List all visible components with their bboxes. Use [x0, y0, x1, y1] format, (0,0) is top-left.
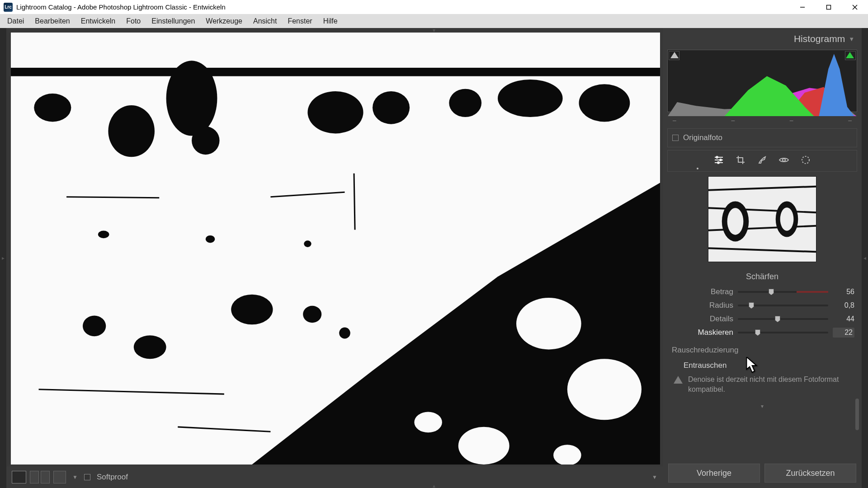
readout-0: – [673, 117, 676, 124]
left-panel-collapsed[interactable]: ▸ [0, 28, 6, 488]
crop-icon[interactable] [736, 155, 745, 165]
app-icon: Lrc [4, 3, 13, 12]
histogram-readout: – – – – [665, 115, 859, 126]
reset-button[interactable]: Zurücksetzen [764, 464, 856, 483]
svg-line-31 [354, 174, 355, 230]
svg-point-55 [727, 208, 744, 235]
svg-point-46 [783, 159, 785, 161]
svg-point-18 [231, 295, 273, 325]
radial-icon[interactable] [801, 155, 811, 165]
histogram-title[interactable]: Histogramm [794, 33, 845, 44]
amount-slider[interactable] [738, 291, 828, 293]
menu-hilfe[interactable]: Hilfe [319, 16, 342, 27]
develop-toolstrip [667, 150, 857, 172]
radius-slider[interactable] [738, 305, 828, 306]
redeye-icon[interactable] [779, 155, 789, 165]
sharpen-section: Schärfen Betrag 56 Radius 0,8 Details 44… [665, 269, 859, 402]
svg-point-28 [414, 412, 442, 433]
warning-icon [674, 376, 683, 384]
denoise-warning-text: Denoise ist derzeit nicht mit diesem Fot… [688, 375, 851, 394]
sliders-icon[interactable] [714, 155, 724, 165]
masking-slider[interactable] [738, 332, 828, 333]
menu-bearbeiten[interactable]: Bearbeiten [30, 16, 74, 27]
svg-point-10 [307, 91, 363, 134]
amount-label: Betrag [670, 287, 733, 296]
softproof-checkbox[interactable] [84, 474, 90, 480]
brush-icon[interactable] [757, 155, 767, 165]
window-titlebar: Lrc Lightroom Catalog - Adobe Photoshop … [0, 0, 868, 14]
svg-point-44 [720, 159, 722, 161]
menu-ansicht[interactable]: Ansicht [249, 16, 281, 27]
svg-point-27 [553, 445, 581, 465]
svg-point-25 [567, 359, 642, 420]
radius-slider-row: Radius 0,8 [670, 299, 854, 312]
svg-point-43 [716, 156, 718, 158]
svg-point-22 [98, 231, 109, 239]
panel-more-caret-icon[interactable]: ▾ [665, 403, 859, 409]
compare-split-button[interactable] [41, 471, 50, 483]
svg-rect-15 [11, 68, 660, 76]
details-slider-row: Details 44 [670, 312, 854, 326]
svg-point-17 [134, 335, 166, 359]
image-canvas[interactable] [11, 33, 660, 465]
menu-foto[interactable]: Foto [122, 16, 145, 27]
menu-werkzeuge[interactable]: Werkzeuge [201, 16, 247, 27]
readout-1: – [731, 117, 735, 124]
window-minimize-button[interactable] [789, 0, 816, 14]
svg-point-45 [717, 162, 719, 164]
details-slider[interactable] [738, 318, 828, 320]
svg-point-14 [579, 84, 630, 122]
svg-point-13 [498, 80, 563, 117]
original-photo-row[interactable]: Originalfoto [667, 128, 857, 147]
original-photo-checkbox[interactable] [672, 135, 679, 141]
svg-point-11 [373, 91, 410, 124]
svg-rect-1 [827, 5, 831, 9]
masking-value[interactable]: 22 [833, 328, 854, 338]
svg-point-12 [449, 89, 481, 117]
radius-value[interactable]: 0,8 [833, 301, 854, 310]
window-maximize-button[interactable] [816, 0, 842, 14]
amount-slider-row: Betrag 56 [670, 285, 854, 299]
svg-point-21 [206, 235, 215, 243]
softproof-label: Softproof [97, 473, 128, 482]
svg-point-20 [339, 328, 350, 339]
masking-label: Maskieren [670, 328, 733, 337]
develop-right-panel: Histogramm ▼ – – – – Originalfoto [663, 28, 862, 488]
details-value[interactable]: 44 [833, 315, 854, 323]
viewmode-menu-caret-icon[interactable]: ▼ [70, 474, 80, 480]
original-photo-label: Originalfoto [683, 133, 722, 142]
histogram-display[interactable] [667, 50, 857, 112]
menu-einstellungen[interactable]: Einstellungen [147, 16, 199, 27]
window-title: Lightroom Catalog - Adobe Photoshop Ligh… [16, 3, 789, 11]
expand-left-icon: ▸ [0, 255, 6, 261]
svg-point-6 [34, 94, 71, 122]
menu-entwickeln[interactable]: Entwickeln [76, 16, 120, 27]
window-close-button[interactable] [842, 0, 868, 14]
readout-3: – [848, 117, 852, 124]
svg-point-9 [192, 127, 220, 155]
expand-right-icon: ◂ [862, 255, 868, 261]
details-label: Details [670, 314, 733, 324]
amount-value[interactable]: 56 [833, 288, 854, 296]
menu-fenster[interactable]: Fenster [283, 16, 316, 27]
previous-button[interactable]: Vorherige [668, 464, 760, 483]
noise-reduction-header[interactable]: Rauschreduzierung [670, 339, 854, 357]
compare-before-after-button[interactable] [30, 471, 39, 483]
detail-preview-thumbnail[interactable] [708, 176, 816, 262]
menu-datei[interactable]: Datei [3, 16, 28, 27]
readout-2: – [790, 117, 793, 124]
svg-point-24 [516, 298, 581, 349]
loupe-single-view-button[interactable] [12, 471, 26, 483]
svg-point-47 [802, 156, 809, 164]
right-panel-collapsed[interactable]: ◂ [862, 28, 868, 488]
svg-point-26 [458, 427, 509, 465]
compare-grid-button[interactable] [53, 471, 66, 483]
filmstrip-toggle[interactable]: ▴ [433, 483, 435, 488]
histogram-collapse-icon[interactable]: ▼ [849, 36, 854, 42]
svg-point-19 [303, 306, 321, 323]
panel-scrollbar[interactable] [855, 399, 859, 430]
toolbar-options-caret-icon[interactable]: ▼ [652, 474, 657, 480]
svg-line-29 [66, 197, 159, 198]
svg-point-56 [780, 207, 794, 230]
svg-marker-39 [819, 54, 854, 116]
